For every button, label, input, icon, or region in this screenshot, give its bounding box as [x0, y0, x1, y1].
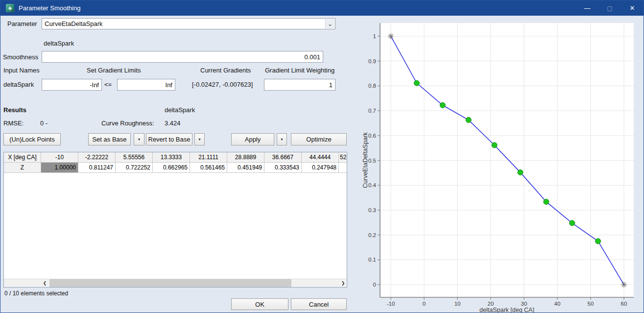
- data-point-circle[interactable]: [596, 239, 601, 244]
- revert-to-base-button[interactable]: Revert to Base: [146, 133, 192, 145]
- selection-status: 0 / 10 elements selected: [4, 290, 68, 297]
- x-value-cell[interactable]: -10: [41, 152, 78, 163]
- y-tick-label: 0.6: [368, 133, 376, 139]
- apply-button[interactable]: Apply: [231, 133, 274, 145]
- z-row-header[interactable]: Z: [4, 163, 41, 173]
- z-value-cell[interactable]: 0.333543: [264, 163, 302, 173]
- points-table: X [deg CA] -10-2.222225.5555613.333321.1…: [3, 152, 347, 288]
- x-axis-label: deltaSpark [deg CA]: [479, 307, 534, 313]
- titlebar: ◈ Parameter Smoothing — ▢ ✕: [0, 0, 644, 16]
- data-point-circle[interactable]: [544, 199, 549, 204]
- y-tick-label: 0.8: [368, 83, 376, 89]
- x-value-cell[interactable]: 5.55556: [116, 152, 153, 163]
- x-value-cell[interactable]: -2.22222: [78, 152, 116, 163]
- scroll-left-icon[interactable]: ❮: [41, 279, 48, 287]
- x-tick-label: 40: [554, 301, 561, 307]
- z-value-cell[interactable]: 0.722252: [116, 163, 153, 173]
- dialog-body: Parameter CurveEtaDeltaSpark ⌄ deltaSpar…: [0, 16, 644, 313]
- smoothness-label: Smoothness: [3, 53, 38, 61]
- window-title: Parameter Smoothing: [19, 4, 80, 12]
- gradient-limit-weighting-header: Gradient Limit Weighting: [265, 67, 334, 74]
- scrollbar-thumb[interactable]: [49, 279, 291, 287]
- app-icon: ◈: [6, 4, 14, 12]
- y-tick-label: 0.7: [368, 108, 376, 114]
- z-value-cell[interactable]: 1.00000: [41, 163, 78, 173]
- gradient-weight-input[interactable]: 1: [264, 79, 335, 91]
- data-point-circle[interactable]: [492, 143, 497, 148]
- z-value-cell[interactable]: 0.811247: [78, 163, 116, 173]
- results-heading: Results: [3, 106, 26, 114]
- smoothing-chart[interactable]: -10010203040506000.10.20.30.40.50.60.70.…: [351, 16, 644, 313]
- x-tick-label: -10: [387, 301, 395, 307]
- set-as-base-button[interactable]: Set as Base: [88, 133, 131, 145]
- parameter-combobox-value: CurveEtaDeltaSpark: [45, 20, 103, 27]
- maximize-button[interactable]: ▢: [598, 0, 621, 16]
- unlock-points-button[interactable]: (Un)Lock Points: [3, 133, 61, 145]
- x-tick-label: 60: [621, 301, 627, 307]
- results-param-name: deltaSpark: [165, 106, 195, 114]
- curve-roughness-value: 3.424: [165, 120, 181, 127]
- data-point-circle[interactable]: [518, 169, 523, 175]
- x-row: X [deg CA] -10-2.222225.5555613.333321.1…: [4, 152, 347, 163]
- data-point-circle[interactable]: [466, 117, 471, 122]
- window-controls: — ▢ ✕: [576, 0, 644, 16]
- ok-button[interactable]: OK: [231, 298, 288, 310]
- optimize-button[interactable]: Optimize: [291, 133, 347, 145]
- current-gradients-header: Current Gradients: [200, 67, 251, 74]
- x-tick-label: 50: [588, 301, 594, 307]
- set-gradient-limits-header: Set Gradient Limits: [87, 67, 141, 74]
- revert-to-base-menu-button[interactable]: ▾: [194, 133, 205, 145]
- x-row-header[interactable]: X [deg CA]: [4, 152, 41, 163]
- x-value-cell[interactable]: 36.6667: [264, 152, 302, 163]
- rmse-label: RMSE:: [3, 120, 24, 127]
- y-tick-label: 0: [373, 282, 376, 288]
- smoothness-input[interactable]: 0.001: [42, 51, 323, 63]
- y-tick-label: 1: [373, 33, 376, 39]
- y-tick-label: 0.2: [368, 232, 376, 238]
- z-value-cell[interactable]: 0.662965: [153, 163, 190, 173]
- y-tick-label: 0.4: [368, 182, 377, 188]
- y-tick-label: 0.9: [368, 58, 376, 64]
- x-value-cell[interactable]: 44.4444: [302, 152, 339, 163]
- parameter-label: Parameter: [7, 20, 37, 27]
- plot-background: [380, 23, 634, 297]
- minimize-button[interactable]: —: [576, 0, 598, 16]
- y-tick-label: 0.3: [368, 207, 376, 213]
- x-tick-label: 30: [521, 301, 527, 307]
- scroll-right-icon[interactable]: ❯: [339, 279, 347, 287]
- rmse-value: 0 -: [40, 120, 48, 127]
- cancel-button[interactable]: Cancel: [291, 298, 347, 310]
- horizontal-scrollbar[interactable]: ❮ ❯: [4, 279, 347, 287]
- parameter-combobox[interactable]: CurveEtaDeltaSpark ⌄: [42, 18, 335, 29]
- data-point-circle[interactable]: [570, 220, 575, 226]
- x-tick-label: 20: [488, 301, 494, 307]
- current-gradients-value: [-0.02427, -0.007623]: [192, 81, 253, 88]
- x-value-cell[interactable]: 28.8889: [227, 152, 264, 163]
- parameter-smoothing-window: ◈ Parameter Smoothing — ▢ ✕ Parameter Cu…: [0, 0, 644, 313]
- data-point-circle[interactable]: [440, 102, 445, 108]
- curve-roughness-label: Curve Roughness:: [101, 120, 154, 127]
- chevron-down-icon[interactable]: ⌄: [325, 19, 334, 28]
- x-tick-label: 10: [454, 301, 461, 307]
- gradient-upper-input[interactable]: Inf: [117, 79, 175, 91]
- z-value-cell[interactable]: 0.561465: [190, 163, 227, 173]
- z-value-cell[interactable]: [339, 163, 347, 173]
- x-tick-label: 0: [423, 301, 426, 307]
- y-tick-label: 0.1: [368, 257, 376, 263]
- gradient-operator: <=: [104, 81, 112, 88]
- x-value-cell[interactable]: 52: [339, 152, 347, 163]
- z-row: Z 1.000000.8112470.7222520.6629650.56146…: [4, 163, 347, 173]
- z-value-cell[interactable]: 0.247948: [302, 163, 339, 173]
- input-names-column-header: Input Names: [3, 67, 40, 74]
- data-point-circle[interactable]: [414, 80, 419, 86]
- scrollbar-track[interactable]: [48, 279, 339, 287]
- z-value-cell[interactable]: 0.451949: [227, 163, 264, 173]
- input-name-header: deltaSpark: [44, 40, 74, 47]
- close-button[interactable]: ✕: [621, 0, 644, 16]
- set-as-base-menu-button[interactable]: ▾: [134, 133, 144, 145]
- y-tick-label: 0.5: [368, 158, 376, 164]
- apply-menu-button[interactable]: ▾: [277, 133, 287, 145]
- x-value-cell[interactable]: 13.3333: [153, 152, 190, 163]
- gradient-lower-input[interactable]: -Inf: [42, 79, 102, 91]
- x-value-cell[interactable]: 21.1111: [190, 152, 227, 163]
